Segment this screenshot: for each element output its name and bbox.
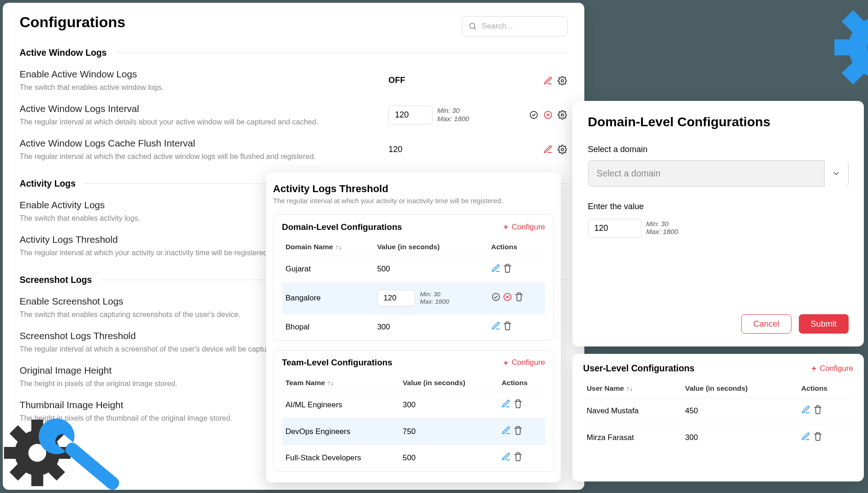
pencil-icon[interactable] [801,405,811,415]
pencil-icon[interactable] [801,432,811,441]
section-active-window: Active Window Logs [20,47,568,58]
svg-point-0 [849,17,868,78]
gear-icon[interactable] [558,110,567,120]
svg-rect-3 [834,40,850,56]
trash-icon[interactable] [503,264,512,273]
interval-input[interactable] [388,106,432,124]
table-row: Full-Stack Developers 500 [282,445,545,471]
table-row: Bangalore Min: 30 Max: 1800 [282,282,545,314]
search-icon [468,22,477,30]
table-row: Naved Mustafa 450 [583,398,853,424]
svg-rect-6 [842,62,864,85]
svg-rect-7 [842,10,864,33]
submit-button[interactable]: Submit [799,314,849,333]
setting-active-window-interval: Active Window Logs Interval The regular … [20,103,568,127]
table-row: Mirza Farasat 300 [583,424,853,451]
plus-icon [502,223,509,230]
user-level-table: User Name↑↓ Value (in seconds) Actions N… [583,380,853,451]
setting-enable-active-window: Enable Active Window Logs The switch tha… [20,69,568,93]
domain-level-table: Domain Name↑↓ Value (in seconds) Actions… [282,238,545,340]
plus-icon [502,359,509,366]
svg-rect-45 [48,464,65,481]
svg-rect-43 [10,464,26,481]
table-row: AI/ML Engineers 300 [282,392,545,418]
pencil-icon[interactable] [491,264,501,273]
pencil-icon[interactable] [543,76,553,86]
setting-cache-flush-interval: Active Window Logs Cache Flush Interval … [20,138,568,162]
team-level-table: Team Name↑↓ Value (in seconds) Actions A… [282,374,545,471]
check-circle-icon[interactable] [529,110,539,120]
search-box[interactable] [462,16,568,36]
sort-icon: ↑↓ [327,379,334,387]
svg-rect-41 [59,447,71,459]
svg-point-35 [561,114,563,116]
right-title: Domain-Level Configurations [588,114,849,129]
x-circle-icon[interactable] [503,292,512,302]
svg-point-30 [470,23,475,28]
svg-point-48 [492,293,499,300]
cancel-button[interactable]: Cancel [741,314,792,333]
plus-icon [810,365,817,372]
chevron-down-icon [824,160,848,187]
sort-icon: ↑↓ [626,385,633,392]
pencil-icon[interactable] [543,145,553,154]
pencil-icon[interactable] [491,321,501,331]
svg-rect-42 [48,425,65,442]
sort-icon: ↑↓ [335,243,342,251]
pencil-icon[interactable] [501,452,511,462]
check-circle-icon[interactable] [491,292,501,302]
x-circle-icon[interactable] [543,110,553,120]
svg-point-37 [15,430,60,475]
svg-rect-39 [31,474,43,486]
gears-decoration [834,0,868,113]
configure-user-button[interactable]: Configure [810,364,853,373]
svg-rect-47 [63,440,122,492]
table-row: Gujarat 500 [282,256,545,283]
trash-icon[interactable] [813,405,823,415]
domain-level-box: Domain-Level Configurations Configure Do… [273,214,554,340]
detail-title: Activity Logs Threshold [273,183,554,195]
pencil-icon[interactable] [501,426,511,435]
svg-point-33 [530,112,537,118]
domain-select[interactable]: Select a domain [588,160,849,187]
table-row: DevOps Engineers 750 [282,418,545,445]
trash-icon[interactable] [513,452,523,462]
team-level-box: Team-Level Configurations Configure Team… [273,350,554,472]
svg-point-36 [561,148,563,151]
value-input[interactable] [588,219,642,238]
svg-point-32 [561,79,563,82]
svg-line-31 [474,28,476,29]
user-level-box: User-Level Configurations Configure User… [572,354,864,481]
gear-icon[interactable] [558,145,567,154]
trash-icon[interactable] [513,399,523,409]
setting-value: OFF [388,76,405,85]
gear-blue-icon [834,3,868,92]
configure-team-button[interactable]: Configure [502,358,545,367]
svg-point-46 [29,444,47,462]
svg-rect-44 [10,425,26,442]
domain-config-form: Domain-Level Configurations Select a dom… [572,101,864,346]
trash-icon[interactable] [514,292,524,302]
domain-value-input[interactable] [377,290,416,306]
gear-icon[interactable] [558,76,567,86]
pencil-icon[interactable] [501,399,511,409]
search-input[interactable] [482,22,553,31]
trash-icon[interactable] [813,432,823,441]
configure-domain-button[interactable]: Configure [502,223,545,232]
activity-logs-threshold-detail: Activity Logs Threshold The regular inte… [266,172,561,482]
trash-icon[interactable] [513,426,523,435]
trash-icon[interactable] [503,321,512,331]
table-row: Bhopal 300 [282,314,545,340]
svg-rect-40 [4,447,16,459]
detail-sub: The regular interval at which your activ… [273,197,554,205]
